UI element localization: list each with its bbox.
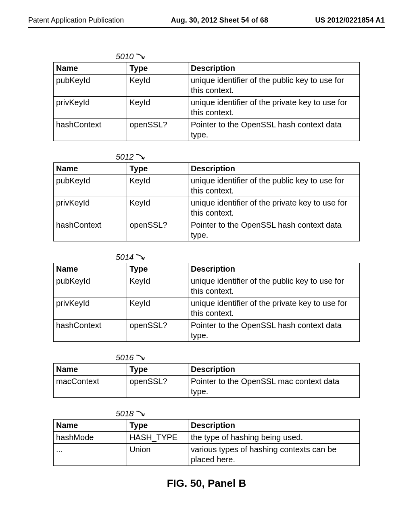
table-header-row: Name Type Description — [54, 364, 360, 376]
table-row: pubKeyId KeyId unique identifier of the … — [54, 175, 360, 197]
cell-name: hashContext — [54, 320, 127, 342]
header-center: Aug. 30, 2012 Sheet 54 of 68 — [171, 16, 268, 25]
figure-content: 5010 Name Type Description pubKeyId KeyI… — [53, 52, 360, 490]
table-row: privKeyId KeyId unique identifier of the… — [54, 197, 360, 219]
ref-label-5010: 5010 — [116, 52, 360, 61]
col-desc-header: Description — [188, 62, 359, 75]
cell-desc: Pointer to the OpenSSL hash context data… — [188, 320, 359, 342]
cell-type: KeyId — [127, 197, 188, 219]
col-type-header: Type — [127, 420, 188, 432]
cell-name: privKeyId — [54, 297, 127, 320]
cell-type: openSSL? — [127, 376, 188, 398]
table-row: hashMode HASH_TYPE the type of hashing b… — [54, 432, 360, 444]
table-block-5014: 5014 Name Type Description pubKeyId KeyI… — [53, 253, 360, 342]
cell-desc: unique identifier of the private key to … — [188, 297, 359, 320]
col-name-header: Name — [54, 62, 127, 75]
header-left: Patent Application Publication — [28, 16, 124, 25]
page-header: Patent Application Publication Aug. 30, … — [28, 16, 385, 25]
cell-desc: Pointer to the OpenSSL hash context data… — [188, 219, 359, 241]
cell-name: pubKeyId — [54, 275, 127, 297]
table-row: hashContext openSSL? Pointer to the Open… — [54, 320, 360, 342]
ref-number: 5010 — [116, 52, 134, 61]
cell-type: openSSL? — [127, 219, 188, 241]
ref-arrow-icon — [136, 52, 147, 61]
cell-name: ... — [54, 444, 127, 466]
table-row: macContext openSSL? Pointer to the OpenS… — [54, 376, 360, 398]
ref-number: 5012 — [116, 152, 134, 162]
cell-desc: unique identifier of the private key to … — [188, 197, 359, 219]
cell-name: pubKeyId — [54, 175, 127, 197]
cell-desc: Pointer to the OpenSSL mac context data … — [188, 376, 359, 398]
ref-label-5018: 5018 — [116, 409, 360, 418]
cell-name: privKeyId — [54, 97, 127, 119]
data-table-5010: Name Type Description pubKeyId KeyId uni… — [53, 62, 360, 141]
cell-name: pubKeyId — [54, 75, 127, 97]
cell-desc: unique identifier of the public key to u… — [188, 75, 359, 97]
col-type-header: Type — [127, 62, 188, 75]
col-type-header: Type — [127, 364, 188, 376]
data-table-5012: Name Type Description pubKeyId KeyId uni… — [53, 162, 360, 241]
ref-arrow-icon — [136, 152, 147, 162]
data-table-5014: Name Type Description pubKeyId KeyId uni… — [53, 263, 360, 342]
table-block-5016: 5016 Name Type Description macContext op… — [53, 353, 360, 398]
ref-number: 5018 — [116, 409, 134, 418]
col-name-header: Name — [54, 364, 127, 376]
cell-type: openSSL? — [127, 119, 188, 141]
col-desc-header: Description — [188, 364, 359, 376]
header-right: US 2012/0221854 A1 — [315, 16, 385, 25]
cell-type: openSSL? — [127, 320, 188, 342]
table-block-5012: 5012 Name Type Description pubKeyId KeyI… — [53, 152, 360, 241]
cell-desc: unique identifier of the public key to u… — [188, 175, 359, 197]
cell-type: Union — [127, 444, 188, 466]
cell-desc: unique identifier of the public key to u… — [188, 275, 359, 297]
figure-title: FIG. 50, Panel B — [53, 477, 360, 490]
cell-name: hashContext — [54, 219, 127, 241]
col-type-header: Type — [127, 163, 188, 175]
col-name-header: Name — [54, 420, 127, 432]
table-header-row: Name Type Description — [54, 62, 360, 75]
cell-type: KeyId — [127, 175, 188, 197]
cell-desc: unique identifier of the private key to … — [188, 97, 359, 119]
ref-label-5012: 5012 — [116, 152, 360, 162]
cell-name: privKeyId — [54, 197, 127, 219]
cell-name: hashMode — [54, 432, 127, 444]
col-name-header: Name — [54, 263, 127, 275]
table-row: pubKeyId KeyId unique identifier of the … — [54, 75, 360, 97]
table-row: pubKeyId KeyId unique identifier of the … — [54, 275, 360, 297]
col-name-header: Name — [54, 163, 127, 175]
table-row: hashContext openSSL? Pointer to the Open… — [54, 219, 360, 241]
cell-type: HASH_TYPE — [127, 432, 188, 444]
col-desc-header: Description — [188, 163, 359, 175]
table-row: privKeyId KeyId unique identifier of the… — [54, 97, 360, 119]
ref-arrow-icon — [136, 253, 147, 262]
table-header-row: Name Type Description — [54, 420, 360, 432]
cell-name: macContext — [54, 376, 127, 398]
ref-number: 5014 — [116, 253, 134, 262]
table-header-row: Name Type Description — [54, 163, 360, 175]
data-table-5018: Name Type Description hashMode HASH_TYPE… — [53, 419, 360, 466]
cell-desc: the type of hashing being used. — [188, 432, 359, 444]
col-desc-header: Description — [188, 263, 359, 275]
table-block-5018: 5018 Name Type Description hashMode HASH… — [53, 409, 360, 466]
cell-type: KeyId — [127, 297, 188, 320]
col-desc-header: Description — [188, 420, 359, 432]
table-block-5010: 5010 Name Type Description pubKeyId KeyI… — [53, 52, 360, 141]
ref-arrow-icon — [136, 353, 147, 362]
table-row: hashContext openSSL? Pointer to the Open… — [54, 119, 360, 141]
data-table-5016: Name Type Description macContext openSSL… — [53, 363, 360, 398]
ref-label-5016: 5016 — [116, 353, 360, 362]
cell-name: hashContext — [54, 119, 127, 141]
ref-arrow-icon — [136, 409, 147, 418]
ref-number: 5016 — [116, 353, 134, 362]
cell-desc: various types of hashing contexts can be… — [188, 444, 359, 466]
ref-label-5014: 5014 — [116, 253, 360, 262]
col-type-header: Type — [127, 263, 188, 275]
table-row: privKeyId KeyId unique identifier of the… — [54, 297, 360, 320]
cell-type: KeyId — [127, 75, 188, 97]
cell-desc: Pointer to the OpenSSL hash context data… — [188, 119, 359, 141]
header-separator — [28, 27, 385, 28]
table-header-row: Name Type Description — [54, 263, 360, 275]
cell-type: KeyId — [127, 97, 188, 119]
cell-type: KeyId — [127, 275, 188, 297]
table-row: ... Union various types of hashing conte… — [54, 444, 360, 466]
